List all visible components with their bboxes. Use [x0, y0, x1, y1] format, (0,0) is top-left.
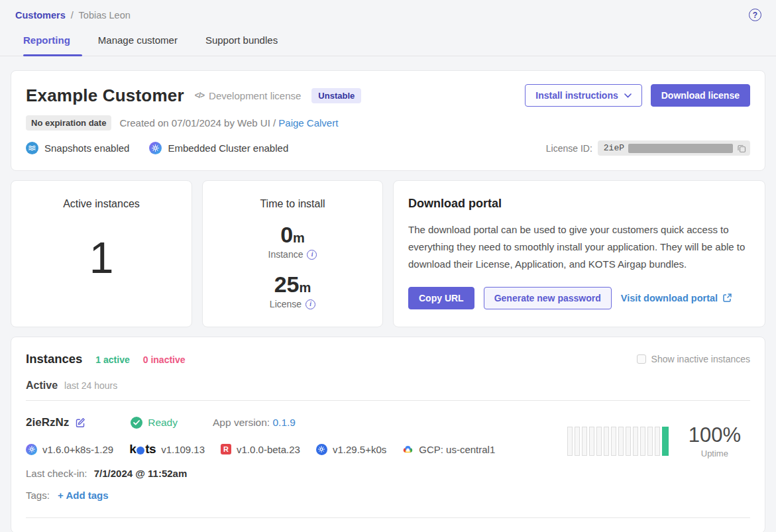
customer-summary-card: Example Customer </> Development license…	[11, 70, 765, 171]
show-inactive-checkbox[interactable]	[637, 354, 646, 364]
uptime-bar	[611, 427, 616, 456]
external-link-icon	[722, 293, 732, 303]
replicated-version-label: v1.0.0-beta.23	[237, 444, 300, 455]
active-instances-title: Active instances	[11, 198, 192, 210]
add-tags-link[interactable]: + Add tags	[58, 490, 109, 501]
uptime-bar	[633, 427, 638, 456]
uptime-bar	[567, 427, 573, 456]
uptime-bar	[647, 427, 653, 456]
cloud-region-label: GCP: us-central1	[419, 444, 495, 455]
download-portal-card: Download portal The download portal can …	[393, 180, 765, 327]
breadcrumb-customers-link[interactable]: Customers	[15, 10, 66, 21]
uptime-label: Uptime	[689, 449, 741, 458]
top-bar: Customers / Tobias Leon ?	[0, 0, 776, 25]
instance-install-time: 0m	[203, 222, 382, 248]
uptime-bar	[662, 427, 669, 456]
breadcrumb: Customers / Tobias Leon	[15, 10, 131, 21]
kubernetes-icon	[316, 444, 327, 455]
active-count: 1 active	[95, 354, 129, 365]
last-checkin: Last check-in: 7/1/2024 @ 11:52am	[26, 468, 495, 479]
active-group-sublabel: last 24 hours	[64, 380, 117, 391]
tab-manage-customer[interactable]: Manage customer	[98, 28, 178, 56]
feature-embedded-cluster: Embedded Cluster enabled	[149, 142, 288, 154]
license-type: </> Development license	[195, 90, 302, 101]
created-by-link[interactable]: Paige Calvert	[278, 117, 338, 129]
uptime-bar	[582, 427, 587, 456]
tab-bar: Reporting Manage customer Support bundle…	[0, 28, 776, 56]
breadcrumb-separator: /	[71, 10, 74, 21]
created-on-text: Created on 07/01/2024 by Web UI /	[119, 117, 276, 129]
instance-info-icon[interactable]: i	[307, 250, 317, 260]
feature-embedded-cluster-label: Embedded Cluster enabled	[168, 142, 288, 154]
install-instructions-label: Install instructions	[535, 90, 618, 101]
kubernetes-version: v1.29.5+k0s	[316, 444, 386, 455]
uptime-bar	[640, 427, 645, 456]
tags-label: Tags:	[26, 490, 50, 501]
license-id-redacted	[628, 144, 733, 153]
uptime-value: 100%	[689, 423, 741, 447]
visit-download-portal-link[interactable]: Visit download portal	[621, 293, 732, 303]
uptime-bar	[575, 427, 580, 456]
kots-o-dot	[137, 447, 144, 454]
replicated-icon: R	[221, 444, 231, 454]
embedded-cluster-icon	[26, 444, 37, 455]
generate-new-password-button[interactable]: Generate new password	[484, 287, 612, 309]
app-version-link[interactable]: 0.1.9	[272, 417, 295, 428]
instance-install-label: Instance	[268, 249, 304, 260]
last-checkin-value: 7/1/2024 @ 11:52am	[94, 468, 188, 479]
gcp-icon	[402, 445, 414, 454]
instances-card: Instances 1 active 0 inactive Show inact…	[11, 337, 765, 532]
download-portal-description: The download portal can be used to give …	[408, 221, 750, 273]
tab-reporting[interactable]: Reporting	[23, 28, 70, 56]
chevron-down-icon	[624, 93, 632, 98]
uptime-bars	[567, 427, 669, 456]
expiration-badge: No expiration date	[26, 115, 111, 131]
channel-badge: Unstable	[311, 88, 361, 103]
visit-download-portal-label: Visit download portal	[621, 293, 718, 303]
customer-name: Example Customer	[26, 85, 184, 106]
license-install-time: 25m	[203, 272, 382, 297]
help-icon[interactable]: ?	[749, 9, 761, 21]
license-id-value: 2ieP	[604, 143, 624, 153]
feature-snapshots: Snapshots enabled	[26, 142, 129, 154]
license-id-label: License ID:	[546, 143, 592, 154]
tab-support-bundles[interactable]: Support bundles	[205, 28, 278, 56]
active-instances-card: Active instances 1	[11, 180, 192, 327]
replicated-sdk-version: R v1.0.0-beta.23	[221, 444, 300, 455]
download-portal-title: Download portal	[408, 197, 750, 211]
embedded-cluster-version: v1.6.0+k8s-1.29	[26, 444, 113, 455]
uptime-bar	[618, 427, 624, 456]
inactive-count: 0 inactive	[143, 354, 186, 365]
tags-row: Tags: + Add tags	[26, 490, 495, 501]
uptime-bar	[604, 427, 609, 456]
install-instructions-button[interactable]: Install instructions	[525, 84, 641, 107]
instance-status: Ready	[131, 417, 178, 429]
last-checkin-label: Last check-in:	[26, 468, 87, 479]
uptime-bar	[626, 427, 631, 456]
download-license-button[interactable]: Download license	[651, 84, 750, 107]
ready-check-icon	[131, 417, 142, 429]
snapshots-icon	[26, 142, 38, 154]
instance-row: 2ieRzNz Ready App version: 0.1.9	[26, 401, 750, 501]
code-icon: </>	[195, 91, 204, 100]
license-info-icon[interactable]: i	[305, 299, 315, 309]
uptime-bar	[655, 427, 660, 456]
uptime-bar	[596, 427, 602, 456]
divider	[26, 517, 750, 518]
time-to-install-card: Time to install 0m Instance i 25m Licens…	[202, 180, 383, 327]
app-version: App version: 0.1.9	[213, 417, 296, 429]
embedded-cluster-version-label: v1.6.0+k8s-1.29	[42, 444, 113, 455]
time-to-install-title: Time to install	[203, 198, 382, 210]
instances-title: Instances	[26, 352, 82, 366]
kubernetes-version-label: v1.29.5+k0s	[333, 444, 386, 455]
license-install-label: License	[270, 299, 302, 309]
instance-id: 2ieRzNz	[26, 416, 69, 429]
created-text: Created on 07/01/2024 by Web UI / Paige …	[119, 117, 338, 129]
copy-license-icon[interactable]	[737, 144, 746, 153]
edit-instance-icon[interactable]	[75, 417, 85, 428]
uptime-bar	[589, 427, 594, 456]
copy-url-button[interactable]: Copy URL	[408, 287, 474, 309]
active-instances-value: 1	[11, 233, 192, 283]
app-version-label: App version:	[213, 417, 270, 428]
kots-logo: kts	[129, 442, 156, 456]
